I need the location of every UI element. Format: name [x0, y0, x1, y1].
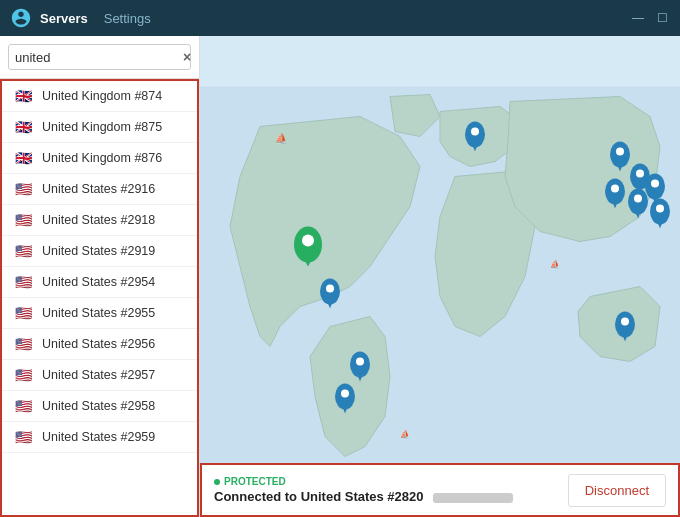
svg-point-24 [471, 128, 479, 136]
svg-point-6 [616, 148, 624, 156]
server-label: United States #2956 [42, 337, 155, 351]
svg-point-30 [341, 390, 349, 398]
server-label: United Kingdom #875 [42, 120, 162, 134]
title-bar-nav: Servers Settings [40, 9, 151, 28]
main-area: × 🇬🇧United Kingdom #874🇬🇧United Kingdom … [0, 36, 680, 517]
list-item[interactable]: 🇬🇧United Kingdom #874 [2, 81, 197, 112]
disconnect-button[interactable]: Disconnect [568, 474, 666, 507]
flag-icon: 🇺🇸 [12, 212, 34, 228]
list-item[interactable]: 🇺🇸United States #2955 [2, 298, 197, 329]
list-item[interactable]: 🇺🇸United States #2954 [2, 267, 197, 298]
server-label: United Kingdom #876 [42, 151, 162, 165]
window-controls: — ☐ [630, 11, 670, 25]
server-label: United States #2959 [42, 430, 155, 444]
search-input-wrapper[interactable]: × [8, 44, 191, 70]
server-label: United States #2954 [42, 275, 155, 289]
flag-icon: 🇺🇸 [12, 274, 34, 290]
server-label: United States #2918 [42, 213, 155, 227]
server-list[interactable]: 🇬🇧United Kingdom #874🇬🇧United Kingdom #8… [0, 79, 199, 517]
status-dot [214, 479, 220, 485]
svg-point-21 [656, 205, 664, 213]
list-item[interactable]: 🇺🇸United States #2956 [2, 329, 197, 360]
flag-icon: 🇺🇸 [12, 305, 34, 321]
status-info: PROTECTED Connected to United States #28… [214, 476, 568, 504]
nav-settings[interactable]: Settings [104, 9, 151, 28]
flag-icon: 🇺🇸 [12, 367, 34, 383]
svg-point-27 [356, 358, 364, 366]
server-label: United States #2919 [42, 244, 155, 258]
map-area: ⛵ ⛵ ⛵ [200, 36, 680, 517]
minimize-button[interactable]: — [630, 11, 646, 25]
server-label: United Kingdom #874 [42, 89, 162, 103]
server-label: United States #2916 [42, 182, 155, 196]
flag-icon: 🇬🇧 [12, 119, 34, 135]
flag-icon: 🇺🇸 [12, 398, 34, 414]
status-bar: PROTECTED Connected to United States #28… [200, 463, 680, 517]
list-item[interactable]: 🇺🇸United States #2918 [2, 205, 197, 236]
list-item[interactable]: 🇬🇧United Kingdom #876 [2, 143, 197, 174]
list-item[interactable]: 🇬🇧United Kingdom #875 [2, 112, 197, 143]
svg-point-15 [634, 195, 642, 203]
svg-text:⛵: ⛵ [275, 132, 288, 145]
svg-point-9 [636, 170, 644, 178]
flag-icon: 🇺🇸 [12, 429, 34, 445]
flag-icon: 🇺🇸 [12, 181, 34, 197]
list-item[interactable]: 🇺🇸United States #2916 [2, 174, 197, 205]
svg-point-33 [621, 318, 629, 326]
flag-icon: 🇺🇸 [12, 243, 34, 259]
app-logo [10, 7, 32, 29]
maximize-button[interactable]: ☐ [654, 11, 670, 25]
status-connected-text: Connected to United States #2820 [214, 489, 568, 504]
search-input[interactable] [15, 50, 183, 65]
sidebar: × 🇬🇧United Kingdom #874🇬🇧United Kingdom … [0, 36, 200, 517]
svg-text:⛵: ⛵ [400, 429, 410, 439]
search-bar: × [0, 36, 199, 79]
flag-icon: 🇬🇧 [12, 150, 34, 166]
server-label: United States #2957 [42, 368, 155, 382]
status-protected: PROTECTED [214, 476, 568, 487]
title-bar: Servers Settings — ☐ [0, 0, 680, 36]
flag-icon: 🇺🇸 [12, 336, 34, 352]
server-label: United States #2955 [42, 306, 155, 320]
flag-icon: 🇬🇧 [12, 88, 34, 104]
svg-point-18 [651, 180, 659, 188]
svg-text:⛵: ⛵ [550, 259, 560, 269]
status-ip-masked [433, 493, 513, 503]
svg-point-36 [326, 285, 334, 293]
list-item[interactable]: 🇺🇸United States #2958 [2, 391, 197, 422]
svg-point-12 [611, 185, 619, 193]
nav-servers[interactable]: Servers [40, 9, 88, 28]
world-map: ⛵ ⛵ ⛵ [200, 36, 680, 517]
list-item[interactable]: 🇺🇸United States #2957 [2, 360, 197, 391]
server-label: United States #2958 [42, 399, 155, 413]
list-item[interactable]: 🇺🇸United States #2919 [2, 236, 197, 267]
list-item[interactable]: 🇺🇸United States #2959 [2, 422, 197, 453]
svg-point-39 [302, 235, 314, 247]
search-clear-button[interactable]: × [183, 49, 191, 65]
